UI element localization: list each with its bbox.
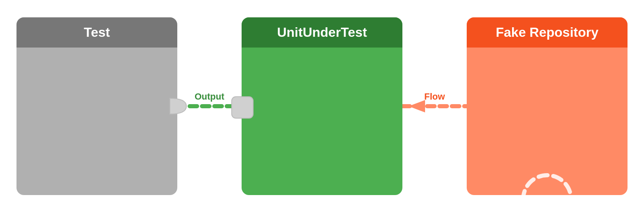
unit-box-body bbox=[242, 48, 402, 195]
right-connector: Flow bbox=[402, 90, 467, 123]
svg-rect-1 bbox=[232, 97, 253, 118]
test-box-title: Test bbox=[84, 25, 110, 40]
test-box: Test bbox=[16, 17, 177, 195]
test-box-wrapper: Test bbox=[16, 17, 177, 195]
unit-box: UnitUnderTest bbox=[242, 17, 402, 195]
unit-box-title: UnitUnderTest bbox=[277, 25, 367, 40]
boxes-wrapper: Test Output bbox=[16, 12, 628, 200]
dashed-circle bbox=[518, 170, 576, 195]
unit-box-header: UnitUnderTest bbox=[242, 17, 402, 48]
unit-box-wrapper: UnitUnderTest bbox=[242, 17, 402, 195]
diagram: Test Output bbox=[0, 0, 644, 212]
fake-box-header: Fake Repository bbox=[467, 17, 628, 48]
output-port bbox=[167, 95, 189, 117]
svg-marker-3 bbox=[409, 100, 425, 112]
fake-box-title: Fake Repository bbox=[496, 25, 599, 40]
test-box-body bbox=[16, 48, 177, 195]
test-box-header: Test bbox=[16, 17, 177, 48]
fake-box: Fake Repository bbox=[467, 17, 628, 195]
fake-box-wrapper: Fake Repository bbox=[467, 17, 628, 195]
svg-point-4 bbox=[523, 175, 571, 195]
unit-port bbox=[230, 95, 252, 117]
fake-box-body bbox=[467, 48, 628, 195]
